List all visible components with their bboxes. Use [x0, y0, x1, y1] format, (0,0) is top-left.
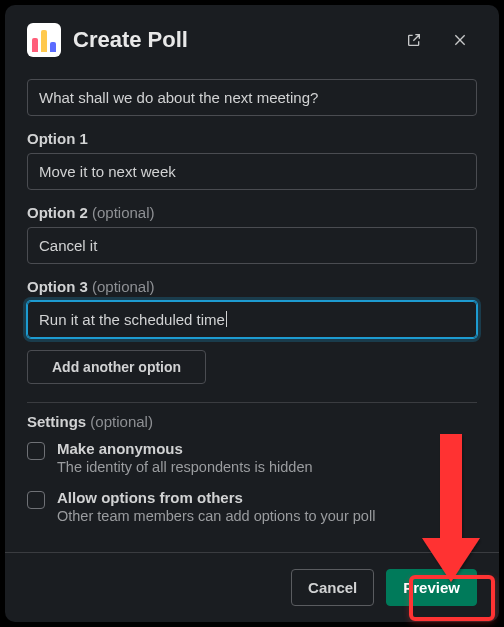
poll-app-icon — [27, 23, 61, 57]
checkbox-allow-options[interactable] — [27, 491, 45, 509]
settings-heading: Settings (optional) — [27, 413, 477, 430]
option-2-input[interactable]: Cancel it — [27, 227, 477, 264]
preview-button[interactable]: Preview — [386, 569, 477, 606]
question-value: What shall we do about the next meeting? — [39, 89, 318, 106]
modal-header: Create Poll — [5, 5, 499, 63]
option-3-input[interactable]: Run it at the scheduled time — [27, 301, 477, 338]
setting-desc: Other team members can add options to yo… — [57, 508, 375, 524]
option-1-value: Move it to next week — [39, 163, 176, 180]
option-2-value: Cancel it — [39, 237, 97, 254]
modal-title: Create Poll — [73, 27, 385, 53]
cancel-button[interactable]: Cancel — [291, 569, 374, 606]
modal-body: What shall we do about the next meeting?… — [5, 63, 499, 552]
option-1-input[interactable]: Move it to next week — [27, 153, 477, 190]
checkbox-make-anonymous[interactable] — [27, 442, 45, 460]
question-input[interactable]: What shall we do about the next meeting? — [27, 79, 477, 116]
setting-title: Allow options from others — [57, 489, 375, 506]
create-poll-modal: Create Poll What shall we do about the n… — [5, 5, 499, 622]
close-icon[interactable] — [443, 23, 477, 57]
modal-footer: Cancel Preview — [5, 552, 499, 622]
text-caret — [226, 311, 227, 327]
option-3-label: Option 3 (optional) — [27, 278, 477, 295]
setting-title: Make anonymous — [57, 440, 313, 457]
setting-desc: The identity of all respondents is hidde… — [57, 459, 313, 475]
divider — [27, 402, 477, 403]
setting-allow-options[interactable]: Allow options from others Other team mem… — [27, 489, 477, 524]
option-2-label: Option 2 (optional) — [27, 204, 477, 221]
option-3-value: Run it at the scheduled time — [39, 311, 225, 328]
open-external-icon[interactable] — [397, 23, 431, 57]
setting-make-anonymous[interactable]: Make anonymous The identity of all respo… — [27, 440, 477, 475]
option-1-label: Option 1 — [27, 130, 477, 147]
add-another-option-button[interactable]: Add another option — [27, 350, 206, 384]
